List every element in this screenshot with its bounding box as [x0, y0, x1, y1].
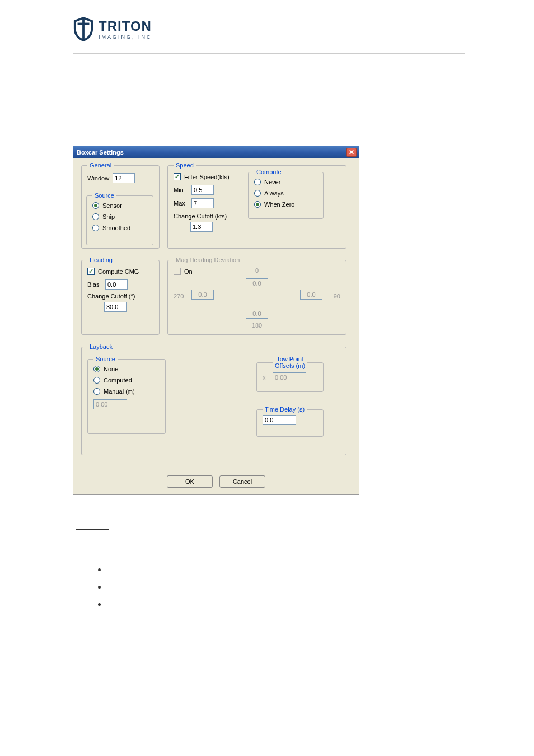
speed-cutoff-input[interactable]: [190, 222, 213, 232]
dialog-title: Boxcar Settings: [77, 149, 124, 156]
checkbox-icon: [174, 173, 181, 180]
layback-group: Layback Source None Computed Manual (m) …: [81, 343, 346, 455]
heading-cutoff-label: Change Cutoff (°): [87, 293, 135, 300]
timedelay-group: Time Delay (s): [256, 406, 324, 437]
mag-right-label: 90: [334, 293, 340, 300]
speed-group: Speed Filter Speed(kts) Min Max Change C…: [167, 162, 346, 249]
footer-divider: [73, 678, 465, 678]
mag-heading-group: Mag Heading Deviation On 0 270 90 180: [167, 256, 346, 335]
layback-manual-input: [93, 399, 127, 409]
header-divider: [73, 53, 465, 54]
filter-speed-checkbox[interactable]: Filter Speed(kts): [174, 173, 246, 180]
mag-bottom-input: [246, 309, 268, 319]
mag-top-input: [246, 278, 268, 288]
dialog-button-row: OK Cancel: [73, 475, 359, 488]
max-label: Max: [174, 200, 188, 207]
mag-legend: Mag Heading Deviation: [174, 256, 242, 263]
speed-min-input[interactable]: [191, 185, 214, 195]
layback-computed-radio[interactable]: Computed: [93, 377, 160, 384]
towpoint-legend: Tow PointOffsets (m): [273, 356, 307, 369]
radio-icon: [92, 202, 99, 209]
timedelay-legend: Time Delay (s): [263, 406, 307, 413]
source-sensor-radio[interactable]: Sensor: [92, 202, 147, 209]
layback-manual-radio[interactable]: Manual (m): [93, 388, 160, 395]
radio-icon: [254, 179, 261, 185]
mag-left-input: [191, 290, 214, 300]
bullet-icon: [98, 586, 101, 589]
radio-icon: [254, 201, 261, 208]
bullet-list: [98, 568, 101, 620]
bias-label: Bias: [87, 281, 102, 288]
radio-icon: [254, 190, 261, 197]
speed-legend: Speed: [174, 162, 196, 169]
speed-max-input[interactable]: [191, 198, 214, 208]
layback-none-radio[interactable]: None: [93, 366, 160, 372]
logo-shield-icon: [73, 17, 94, 41]
heading-group: Heading Compute CMG Bias Change Cutoff (…: [81, 256, 160, 335]
logo-sub-text: IMAGING, INC: [99, 34, 152, 40]
bias-input[interactable]: [105, 279, 128, 290]
mag-right-input: [300, 290, 322, 300]
speed-cutoff-label: Change Cutoff (kts): [174, 213, 227, 220]
general-group: General Window Source Sensor Ship Smooth…: [81, 162, 160, 249]
boxcar-settings-dialog: Boxcar Settings ✕ General Window Source …: [73, 146, 359, 495]
radio-icon: [93, 366, 100, 372]
mag-bottom-label: 180: [252, 322, 262, 329]
dialog-body: General Window Source Sensor Ship Smooth…: [73, 158, 359, 494]
heading-cutoff-input[interactable]: [104, 302, 127, 312]
window-input[interactable]: [113, 173, 135, 183]
subsection-underline: [76, 529, 109, 530]
checkbox-icon: [87, 268, 95, 275]
towpoint-group: Tow PointOffsets (m) x: [256, 356, 324, 392]
timedelay-input[interactable]: [263, 415, 296, 425]
radio-icon: [93, 388, 100, 395]
dialog-titlebar[interactable]: Boxcar Settings ✕: [73, 146, 359, 158]
layback-source-legend: Source: [93, 356, 118, 362]
heading-legend: Heading: [87, 256, 115, 263]
compute-group: Compute Never Always When Zero: [248, 169, 324, 219]
close-icon[interactable]: ✕: [346, 148, 357, 157]
window-label: Window: [87, 175, 109, 181]
towpoint-x-label: x: [263, 374, 269, 381]
ok-button[interactable]: OK: [167, 475, 213, 488]
logo-main-text: TRITON: [99, 18, 152, 34]
radio-icon: [92, 225, 99, 231]
compute-never-radio[interactable]: Never: [254, 179, 317, 185]
min-label: Min: [174, 186, 188, 193]
bullet-icon: [98, 568, 101, 571]
compute-whenzero-radio[interactable]: When Zero: [254, 201, 317, 208]
layback-legend: Layback: [87, 343, 115, 350]
mag-top-label: 0: [255, 267, 259, 274]
general-source-group: Source Sensor Ship Smoothed: [86, 192, 153, 245]
bullet-icon: [98, 603, 101, 606]
general-source-legend: Source: [92, 192, 116, 199]
cancel-button[interactable]: Cancel: [219, 475, 265, 488]
mag-left-label: 270: [174, 293, 184, 300]
radio-icon: [92, 213, 99, 220]
source-ship-radio[interactable]: Ship: [92, 213, 147, 220]
general-legend: General: [87, 162, 114, 169]
compute-cmg-checkbox[interactable]: Compute CMG: [87, 268, 153, 275]
section-heading-underline: [76, 90, 199, 90]
logo: TRITON IMAGING, INC: [73, 17, 152, 41]
compute-legend: Compute: [254, 169, 284, 175]
source-smoothed-radio[interactable]: Smoothed: [92, 225, 147, 231]
radio-icon: [93, 377, 100, 384]
compute-always-radio[interactable]: Always: [254, 190, 317, 197]
layback-source-group: Source None Computed Manual (m): [87, 356, 166, 434]
towpoint-x-input: [273, 372, 306, 382]
